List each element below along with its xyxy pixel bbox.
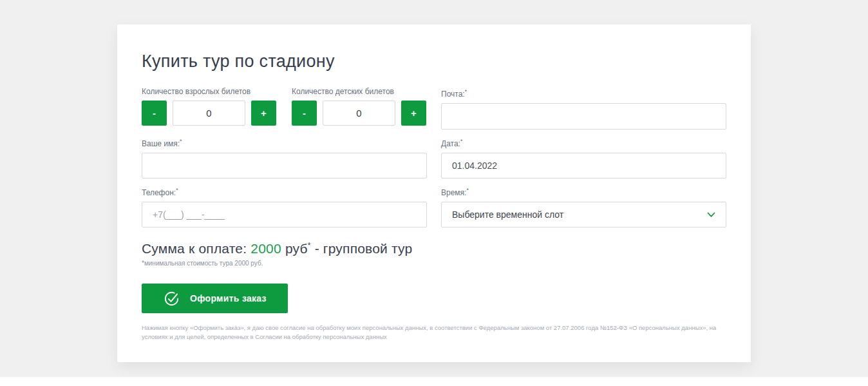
required-mark: *: [460, 138, 463, 144]
minus-icon: -: [153, 108, 156, 119]
adult-tickets-field: Количество взрослых билетов - +: [142, 87, 276, 130]
date-field-group: Дата:*: [441, 137, 726, 179]
adult-tickets-decrease-button[interactable]: -: [142, 101, 167, 126]
child-tickets-increase-button[interactable]: +: [401, 101, 426, 126]
time-slot-selected-value: Выберите временной слот: [452, 209, 563, 220]
tour-purchase-card: Купить тур по стадиону Количество взросл…: [117, 24, 751, 362]
tour-type-text: - групповой тур: [315, 241, 413, 256]
phone-field-group: Телефон:*: [142, 186, 427, 227]
phone-field[interactable]: [142, 202, 427, 227]
date-label: Дата:*: [441, 137, 726, 148]
adult-tickets-count-input[interactable]: [173, 101, 245, 126]
total-price-label: Сумма к оплате:: [142, 241, 247, 256]
adult-tickets-increase-button[interactable]: +: [251, 101, 276, 126]
name-label: Ваше имя:*: [142, 137, 427, 148]
email-field[interactable]: [441, 103, 726, 130]
plus-icon: +: [261, 108, 267, 119]
email-label: Почта:*: [441, 87, 726, 99]
submit-order-label: Оформить заказ: [190, 293, 267, 304]
chevron-down-icon: [707, 209, 715, 220]
time-field-group: Время:* Выберите временной слот: [441, 186, 726, 227]
child-tickets-count-input[interactable]: [323, 101, 395, 126]
child-tickets-label: Количество детских билетов: [292, 87, 426, 96]
personal-data-disclaimer: Нажимая кнопку «Оформить заказ», я даю с…: [142, 323, 726, 342]
minimum-price-note: *минимальная стоимость тура 2000 руб.: [142, 260, 726, 267]
required-mark: *: [466, 187, 469, 193]
total-price-line: Сумма к оплате: 2000 руб* - групповой ту…: [142, 241, 726, 256]
date-field[interactable]: [441, 153, 726, 179]
required-mark: *: [180, 138, 182, 144]
tour-form: Количество взрослых билетов - + Количест…: [142, 87, 726, 227]
submit-order-button[interactable]: Оформить заказ: [142, 284, 288, 313]
adult-tickets-label: Количество взрослых билетов: [142, 87, 276, 96]
adult-tickets-stepper: - +: [142, 101, 276, 126]
name-field-group: Ваше имя:*: [142, 137, 427, 179]
phone-label: Телефон:*: [142, 186, 427, 197]
minus-icon: -: [303, 108, 306, 119]
check-circle-icon: [163, 290, 180, 307]
plus-icon: +: [411, 108, 417, 119]
email-field-group: Почта:*: [441, 87, 726, 130]
footer-strip: [0, 377, 868, 386]
time-label: Время:*: [441, 186, 726, 197]
total-price-currency: руб: [285, 241, 308, 256]
required-mark: *: [176, 187, 178, 193]
price-asterisk: *: [308, 241, 311, 250]
time-slot-select[interactable]: Выберите временной слот: [441, 202, 726, 227]
child-tickets-decrease-button[interactable]: -: [292, 101, 317, 126]
child-tickets-stepper: - +: [292, 101, 426, 126]
page-title: Купить тур по стадиону: [142, 52, 726, 72]
required-mark: *: [465, 88, 467, 95]
name-field[interactable]: [142, 153, 427, 179]
child-tickets-field: Количество детских билетов - +: [292, 87, 426, 130]
total-price-amount: 2000: [250, 241, 281, 256]
tickets-quantity-group: Количество взрослых билетов - + Количест…: [142, 87, 427, 130]
